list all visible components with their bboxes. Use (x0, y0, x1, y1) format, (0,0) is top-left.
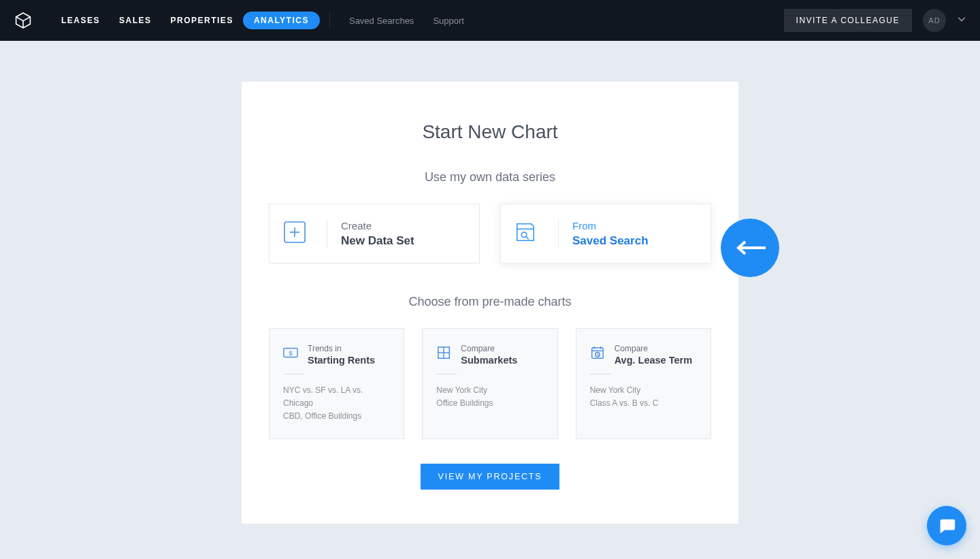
nav-sales[interactable]: SALES (110, 10, 161, 31)
premade-divider (283, 374, 304, 374)
nav-right: INVITE A COLLEAGUE AD (784, 9, 966, 32)
own-data-title: Use my own data series (269, 170, 711, 185)
premade-label-top: Compare (461, 344, 517, 353)
option-label-top: From (572, 220, 649, 231)
invite-colleague-button[interactable]: INVITE A COLLEAGUE (784, 9, 912, 32)
option-label-top: Create (341, 220, 414, 231)
chat-icon (936, 515, 957, 536)
premade-label-bottom: Starting Rents (308, 355, 375, 366)
nav-leases[interactable]: LEASES (52, 10, 110, 31)
option-label-bottom: Saved Search (572, 234, 649, 248)
nav-divider (329, 12, 330, 29)
nav-links: LEASES SALES PROPERTIES ANALYTICS Saved … (52, 10, 474, 31)
nav-saved-searches[interactable]: Saved Searches (340, 10, 423, 31)
content-area: Start New Chart Use my own data series C… (0, 41, 980, 524)
premade-label-top: Trends in (308, 344, 375, 353)
chevron-down-icon[interactable] (957, 14, 966, 27)
grid-icon (436, 345, 451, 360)
option-divider (327, 219, 327, 248)
view-my-projects-button[interactable]: VIEW MY PROJECTS (421, 464, 560, 490)
svg-line-7 (526, 237, 529, 240)
premade-desc: New York City Class A vs. B vs. C (590, 384, 697, 410)
premade-label-bottom: Avg. Lease Term (615, 355, 692, 366)
premade-divider (590, 374, 610, 374)
nav-analytics[interactable]: ANALYTICS (243, 12, 320, 29)
chat-widget-button[interactable] (927, 506, 966, 545)
calendar-clock-icon (590, 345, 605, 360)
option-label-bottom: New Data Set (341, 234, 414, 248)
create-new-data-set-button[interactable]: Create New Data Set (269, 204, 480, 263)
svg-line-19 (598, 355, 598, 355)
premade-row: $ Trends in Starting Rents NYC vs. SF vs… (269, 328, 711, 439)
premade-lease-term-card[interactable]: Compare Avg. Lease Term New York City Cl… (576, 328, 711, 439)
option-divider (558, 219, 559, 248)
premade-submarkets-card[interactable]: Compare Submarkets New York City Office … (422, 328, 557, 439)
card-title: Start New Chart (269, 121, 711, 143)
svg-point-6 (521, 232, 527, 238)
saved-search-icon (514, 221, 536, 246)
avatar[interactable]: AD (923, 9, 946, 32)
logo-icon[interactable] (14, 11, 33, 30)
from-saved-search-button[interactable]: From Saved Search (500, 204, 711, 263)
nav-support[interactable]: Support (423, 10, 474, 31)
callout-arrow-icon (721, 219, 779, 277)
premade-title: Choose from pre-made charts (269, 295, 711, 309)
premade-desc: New York City Office Buildings (436, 384, 543, 410)
nav-properties[interactable]: PROPERTIES (161, 10, 243, 31)
svg-text:$: $ (289, 350, 292, 357)
premade-label-top: Compare (615, 344, 692, 353)
premade-desc: NYC vs. SF vs. LA vs. Chicago CBD, Offic… (283, 384, 390, 424)
options-row: Create New Data Set (269, 204, 711, 263)
navbar: LEASES SALES PROPERTIES ANALYTICS Saved … (0, 0, 980, 41)
start-chart-card: Start New Chart Use my own data series C… (242, 82, 738, 524)
premade-label-bottom: Submarkets (461, 355, 517, 366)
premade-starting-rents-card[interactable]: $ Trends in Starting Rents NYC vs. SF vs… (269, 328, 404, 439)
plus-square-icon (283, 221, 306, 246)
dollar-card-icon: $ (283, 345, 298, 360)
premade-divider (436, 374, 457, 374)
